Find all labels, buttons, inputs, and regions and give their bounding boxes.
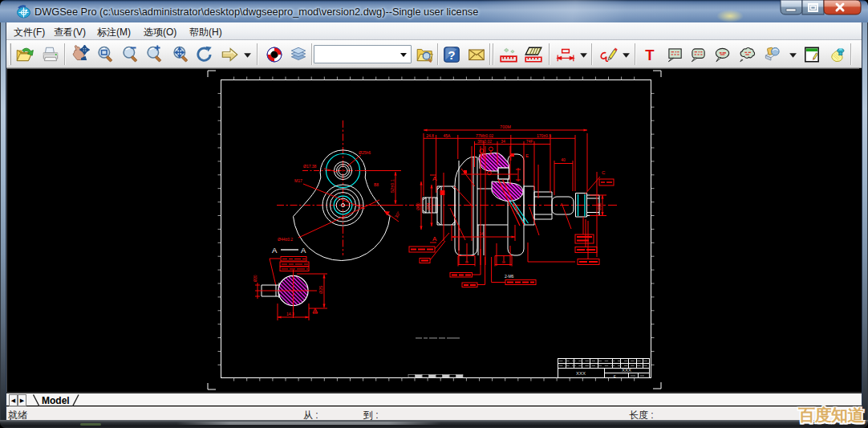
svg-text:38: 38 — [464, 261, 468, 264]
svg-text:170±0.5: 170±0.5 — [537, 133, 551, 138]
svg-text:14: 14 — [479, 231, 484, 236]
svg-text:Ø54: Ø54 — [426, 202, 431, 210]
svg-text:Ø17.38: Ø17.38 — [303, 164, 317, 169]
svg-text:A: A — [432, 235, 437, 243]
svg-text:A: A — [314, 310, 317, 314]
svg-text:45A: 45A — [444, 133, 452, 138]
svg-text:Ø25: Ø25 — [597, 202, 602, 210]
svg-text:34: 34 — [501, 139, 505, 144]
svg-text:24.8: 24.8 — [426, 133, 434, 138]
svg-text:c: c — [614, 373, 616, 378]
svg-text:XXX: XXX — [622, 368, 631, 373]
svg-text:2-M6: 2-M6 — [505, 274, 514, 279]
svg-text:38: 38 — [501, 261, 505, 264]
svg-text:E: E — [525, 153, 529, 158]
svg-text:Ø60: Ø60 — [416, 202, 420, 210]
svg-text:C: C — [602, 170, 606, 175]
svg-text:Ø72k6: Ø72k6 — [511, 202, 521, 215]
svg-text:38±0.02: 38±0.02 — [477, 139, 492, 144]
svg-text:700M: 700M — [500, 124, 511, 129]
svg-text:Ø20: Ø20 — [254, 275, 258, 282]
svg-text:52±0.1: 52±0.1 — [390, 179, 395, 193]
svg-text:Ø25: Ø25 — [318, 286, 323, 294]
svg-text:A: A — [272, 246, 278, 255]
svg-text:B8: B8 — [374, 182, 379, 187]
svg-text:XXX: XXX — [576, 371, 586, 376]
svg-text:74F: 74F — [526, 139, 533, 144]
svg-text:40: 40 — [561, 157, 566, 162]
svg-text:Ø44±0.2: Ø44±0.2 — [278, 237, 293, 242]
svg-text:Ø25h6: Ø25h6 — [359, 150, 371, 155]
svg-text:M17: M17 — [294, 178, 302, 183]
svg-text:77M±0.02: 77M±0.02 — [476, 133, 493, 138]
svg-text:A: A — [432, 175, 437, 182]
svg-text:A: A — [301, 246, 306, 255]
svg-text:14.3: 14.3 — [286, 312, 294, 316]
svg-text:30°: 30° — [394, 210, 401, 218]
